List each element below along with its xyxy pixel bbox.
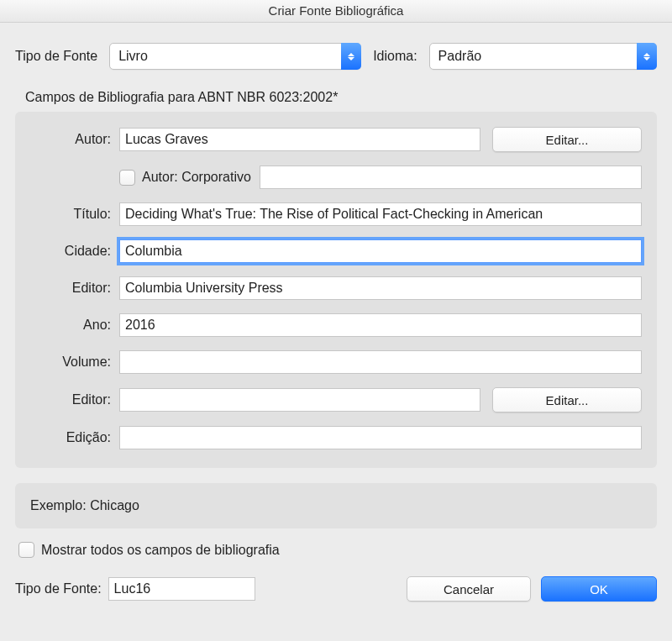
language-select[interactable]: Padrão xyxy=(429,43,657,70)
author-edit-button[interactable]: Editar... xyxy=(492,127,642,152)
city-label: Cidade: xyxy=(30,244,111,259)
panel-caption: Campos de Bibliografia para ABNT NBR 602… xyxy=(25,90,657,105)
corporate-author-input[interactable] xyxy=(260,166,642,189)
author-input[interactable]: Lucas Graves xyxy=(119,128,480,151)
title-label: Título: xyxy=(30,207,111,222)
publisher-label: Editor: xyxy=(30,281,111,296)
corporate-author-checkbox[interactable] xyxy=(119,170,135,186)
volume-label: Volume: xyxy=(30,355,111,370)
example-text: Exemplo: Chicago xyxy=(30,498,139,512)
language-value: Padrão xyxy=(438,49,482,64)
source-type-select[interactable]: Livro xyxy=(109,43,361,70)
editor-edit-button[interactable]: Editar... xyxy=(492,387,642,412)
title-input[interactable]: Deciding What's True: The Rise of Politi… xyxy=(119,202,642,226)
editor-input[interactable] xyxy=(119,388,480,412)
source-type-stepper-icon[interactable] xyxy=(341,43,361,70)
bibliography-fields-panel: Autor: Lucas Graves Editar... Autor: Cor… xyxy=(15,112,657,468)
show-all-fields-checkbox[interactable] xyxy=(18,542,34,558)
language-label: Idioma: xyxy=(373,49,417,64)
author-label: Autor: xyxy=(30,132,111,147)
city-input[interactable]: Columbia xyxy=(119,239,642,263)
tag-name-label: Tipo de Fonte: xyxy=(15,581,102,596)
corporate-author-label: Autor: Corporativo xyxy=(142,170,251,185)
window-title: Criar Fonte Bibliográfica xyxy=(0,0,672,23)
language-stepper-icon[interactable] xyxy=(637,43,657,70)
year-label: Ano: xyxy=(30,318,111,333)
source-type-value: Livro xyxy=(118,49,148,64)
year-input[interactable]: 2016 xyxy=(119,313,642,337)
publisher-input[interactable]: Columbia University Press xyxy=(119,276,642,300)
edition-label: Edição: xyxy=(30,430,111,445)
edition-input[interactable] xyxy=(119,426,642,449)
show-all-fields-label: Mostrar todos os campos de bibliografia xyxy=(41,543,280,558)
volume-input[interactable] xyxy=(119,350,642,374)
source-type-label: Tipo de Fonte xyxy=(15,49,97,64)
example-panel: Exemplo: Chicago xyxy=(15,483,657,528)
tag-name-input[interactable]: Luc16 xyxy=(108,577,255,601)
cancel-button[interactable]: Cancelar xyxy=(407,576,531,602)
editor-label: Editor: xyxy=(30,392,111,407)
ok-button[interactable]: OK xyxy=(541,576,657,602)
